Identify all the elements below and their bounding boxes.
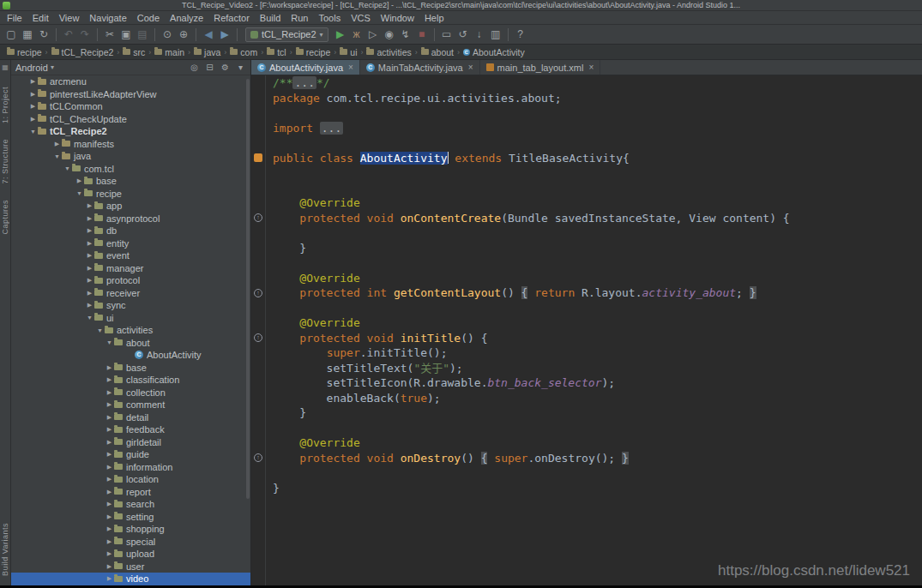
code-line[interactable] — [273, 165, 922, 181]
menu-run[interactable]: Run — [286, 13, 313, 23]
chevron-right-icon[interactable]: ▶ — [85, 215, 94, 222]
breadcrumb-item[interactable]: about — [419, 47, 455, 57]
menu-navigate[interactable]: Navigate — [84, 13, 131, 23]
chevron-right-icon[interactable]: ▶ — [105, 575, 114, 582]
chevron-right-icon[interactable]: ▶ — [105, 525, 114, 532]
tree-item-tCL_CheckUpdate[interactable]: ▶tCL_CheckUpdate — [11, 113, 250, 126]
tool-window-button-7-structure[interactable]: 7: Structure — [1, 139, 9, 184]
android-monitor-icon[interactable]: ▥ — [488, 27, 503, 42]
code-line[interactable]: import ... — [273, 121, 922, 136]
tree-item-com.tcl[interactable]: ▼com.tcl — [11, 163, 250, 176]
tree-item-AboutActivity[interactable]: CAboutActivity — [11, 349, 250, 362]
code-line[interactable]: } — [273, 241, 922, 256]
forward-icon[interactable]: ▶ — [217, 27, 232, 42]
chevron-right-icon[interactable]: ▶ — [105, 414, 114, 421]
close-icon[interactable]: × — [468, 63, 473, 72]
breadcrumb-item[interactable]: java — [192, 47, 222, 57]
project-view-selector[interactable]: Android ▾ — [15, 63, 54, 73]
code-line[interactable]: @Override — [273, 271, 922, 286]
chevron-right-icon[interactable]: ▶ — [105, 401, 114, 408]
tree-item-information[interactable]: ▶information — [11, 461, 250, 474]
chevron-down-icon[interactable]: ▼ — [105, 339, 114, 345]
tree-item-activities[interactable]: ▼activities — [11, 324, 250, 337]
chevron-right-icon[interactable]: ▶ — [105, 550, 114, 557]
code-line[interactable]: setTitleIcon(R.drawable.btn_back_selecto… — [273, 375, 922, 391]
breadcrumb-item[interactable]: ui — [338, 47, 359, 57]
breadcrumb-item[interactable]: CAboutActivity — [461, 47, 527, 57]
chevron-right-icon[interactable]: ▶ — [105, 389, 114, 396]
tree-item-java[interactable]: ▼java — [11, 150, 250, 163]
tree-item-db[interactable]: ▶db — [11, 225, 250, 237]
tree-item-receiver[interactable]: ▶receiver — [11, 287, 250, 300]
code-line[interactable]: setTitleText("关于"); — [273, 361, 922, 376]
code-line[interactable]: /**...*/ — [273, 75, 922, 91]
chevron-right-icon[interactable]: ▶ — [28, 103, 38, 110]
run-icon[interactable]: ▶ — [333, 27, 348, 42]
attach-debugger-icon[interactable]: ↯ — [398, 27, 413, 42]
collapse-all-icon[interactable]: ⊟ — [204, 63, 215, 72]
replace-icon[interactable]: ⊕ — [176, 27, 191, 42]
code-line[interactable]: @Override — [273, 315, 922, 331]
tree-item-collection[interactable]: ▶collection — [11, 387, 250, 399]
code-area[interactable]: /**...*/package com.tcl.recipe.ui.activi… — [266, 75, 922, 588]
menu-analyze[interactable]: Analyze — [165, 13, 208, 23]
tree-item-event[interactable]: ▶event — [11, 249, 250, 262]
tree-item-ui[interactable]: ▼ui — [11, 312, 250, 325]
tree-item-guide[interactable]: ▶guide — [11, 448, 250, 461]
menu-view[interactable]: View — [54, 13, 85, 23]
tree-item-special[interactable]: ▶special — [11, 536, 250, 549]
sdk-manager-icon[interactable]: ↓ — [472, 27, 487, 42]
tree-item-detail[interactable]: ▶detail — [11, 411, 250, 424]
tree-item-entity[interactable]: ▶entity — [11, 237, 250, 250]
tool-window-button-build-variants[interactable]: Build Variants — [1, 523, 9, 576]
code-line[interactable] — [273, 135, 922, 151]
tree-item-pinterestLikeAdapterView[interactable]: ▶pinterestLikeAdapterView — [11, 88, 250, 101]
tree-item-search[interactable]: ▶search — [11, 498, 250, 511]
chevron-right-icon[interactable]: ▶ — [105, 489, 114, 495]
tool-window-icon[interactable]: ▦ — [2, 63, 9, 71]
open-icon[interactable]: ▢ — [3, 27, 19, 42]
chevron-right-icon[interactable]: ▶ — [85, 290, 94, 297]
tree-item-tCLCommon[interactable]: ▶tCLCommon — [11, 100, 250, 113]
bookmark-gutter-icon[interactable] — [254, 153, 262, 162]
code-line[interactable]: } — [273, 405, 922, 421]
stop-icon[interactable]: ■ — [414, 27, 430, 42]
synchronize-icon[interactable]: ↻ — [36, 27, 51, 42]
tree-item-base[interactable]: ▶base — [11, 362, 250, 375]
save-all-icon[interactable]: ▦ — [20, 27, 35, 42]
tree-item-setting[interactable]: ▶setting — [11, 511, 250, 524]
chevron-right-icon[interactable]: ▶ — [105, 538, 114, 545]
tree-item-tCL_Recipe2[interactable]: ▼tCL_Recipe2 — [11, 125, 250, 138]
code-line[interactable]: enableBack(true); — [273, 391, 922, 406]
override-gutter-icon[interactable]: ↑ — [254, 213, 262, 222]
code-line[interactable]: protected void initTitle() { — [273, 331, 922, 346]
code-line[interactable] — [273, 301, 922, 316]
chevron-down-icon[interactable]: ▼ — [75, 190, 84, 196]
avd-manager-icon[interactable]: ▭ — [439, 27, 455, 42]
close-icon[interactable]: × — [348, 63, 353, 72]
tree-item-feedback[interactable]: ▶feedback — [11, 423, 250, 436]
menu-refactor[interactable]: Refactor — [208, 13, 255, 23]
redo-icon[interactable]: ↷ — [77, 27, 93, 42]
chevron-right-icon[interactable]: ▶ — [85, 202, 94, 209]
menu-edit[interactable]: Edit — [27, 13, 54, 23]
code-line[interactable]: protected void onDestroy() { super.onDes… — [273, 451, 922, 466]
menu-file[interactable]: File — [2, 13, 27, 23]
chevron-right-icon[interactable]: ▶ — [105, 376, 114, 383]
chevron-down-icon[interactable]: ▼ — [85, 315, 94, 321]
breadcrumb-item[interactable]: recipe — [294, 47, 333, 57]
tree-item-base[interactable]: ▶base — [11, 175, 250, 188]
tree-item-app[interactable]: ▶app — [11, 200, 250, 213]
chevron-right-icon[interactable]: ▶ — [85, 240, 94, 247]
help-icon[interactable]: ? — [513, 27, 528, 42]
chevron-right-icon[interactable]: ▶ — [28, 91, 38, 98]
back-icon[interactable]: ◀ — [201, 27, 216, 42]
chevron-right-icon[interactable]: ▶ — [52, 141, 62, 147]
chevron-right-icon[interactable]: ▶ — [105, 464, 114, 471]
tree-item-user[interactable]: ▶user — [11, 561, 250, 573]
chevron-right-icon[interactable]: ▶ — [28, 116, 38, 123]
code-line[interactable]: package com.tcl.recipe.ui.activities.abo… — [273, 91, 922, 106]
code-line[interactable]: @Override — [273, 195, 922, 211]
menu-code[interactable]: Code — [132, 13, 165, 23]
tree-item-video[interactable]: ▶video — [11, 573, 250, 585]
